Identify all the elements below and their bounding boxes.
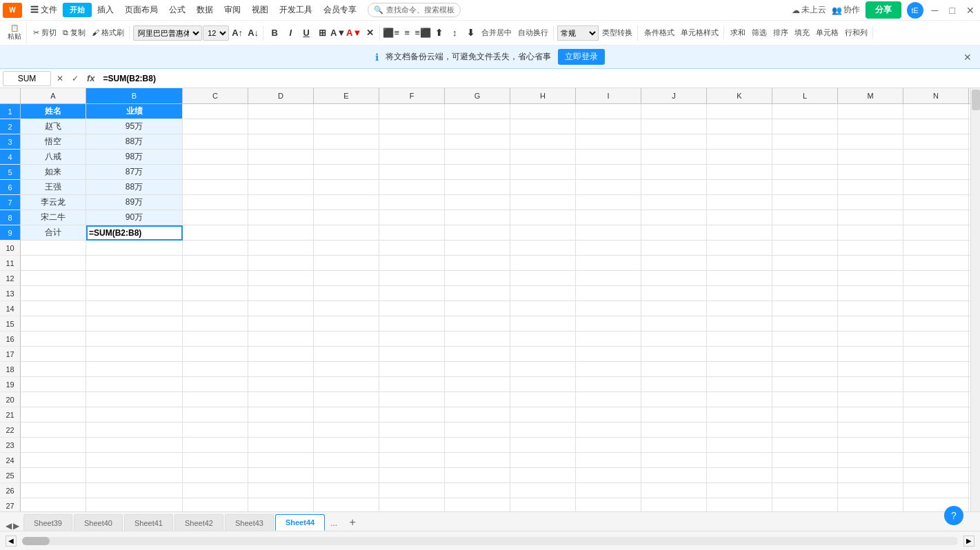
cell-J17[interactable] — [641, 347, 707, 362]
cell-N17[interactable] — [903, 347, 969, 362]
cell-J2[interactable] — [641, 119, 707, 134]
cell-F2[interactable] — [379, 119, 445, 134]
cell-F24[interactable] — [379, 453, 445, 468]
cell-A14[interactable] — [21, 301, 86, 316]
cell-F10[interactable] — [379, 241, 445, 256]
cell-I3[interactable] — [576, 134, 641, 150]
cell-L25[interactable] — [772, 468, 838, 483]
sheet-tab-40[interactable]: Sheet40 — [74, 514, 123, 531]
format-painter-button[interactable]: 🖌 格式刷 — [89, 26, 127, 39]
cell-I21[interactable] — [576, 407, 641, 422]
formula-input[interactable] — [101, 71, 977, 86]
cell-J23[interactable] — [641, 438, 707, 453]
cell-M24[interactable] — [838, 453, 903, 468]
cell-A11[interactable] — [21, 256, 86, 271]
user-avatar[interactable]: tE — [907, 2, 923, 19]
cell-L15[interactable] — [772, 316, 838, 332]
cell-E10[interactable] — [314, 241, 379, 256]
cell-F8[interactable] — [379, 210, 445, 225]
formula-confirm-button[interactable]: ✓ — [69, 74, 81, 83]
col-header-I[interactable]: I — [576, 88, 641, 103]
cell-A25[interactable] — [21, 468, 86, 483]
cell-A5[interactable]: 如来 — [21, 165, 86, 180]
cell-J26[interactable] — [641, 483, 707, 498]
cell-N7[interactable] — [903, 195, 969, 210]
cell-E25[interactable] — [314, 468, 379, 483]
cell-D9[interactable] — [248, 225, 314, 241]
cell-E14[interactable] — [314, 301, 379, 316]
cell-H20[interactable] — [510, 392, 576, 407]
cell-D3[interactable] — [248, 134, 314, 150]
cell-G6[interactable] — [445, 180, 510, 195]
cell-A8[interactable]: 宋二牛 — [21, 210, 86, 225]
align-bottom-button[interactable]: ⬇ — [463, 26, 478, 41]
cell-M14[interactable] — [838, 301, 903, 316]
cell-I10[interactable] — [576, 241, 641, 256]
cell-B17[interactable] — [86, 347, 183, 362]
cell-L19[interactable] — [772, 377, 838, 392]
row-num-11[interactable]: 11 — [0, 256, 21, 271]
cell-M17[interactable] — [838, 347, 903, 362]
cell-L2[interactable] — [772, 119, 838, 134]
cell-C4[interactable] — [183, 150, 248, 165]
cell-L12[interactable] — [772, 271, 838, 286]
sheet-tab-42[interactable]: Sheet42 — [174, 514, 223, 531]
cell-M10[interactable] — [838, 241, 903, 256]
cell-N13[interactable] — [903, 286, 969, 301]
cell-A13[interactable] — [21, 286, 86, 301]
cell-L4[interactable] — [772, 150, 838, 165]
cell-E21[interactable] — [314, 407, 379, 422]
cell-F16[interactable] — [379, 332, 445, 347]
cell-D7[interactable] — [248, 195, 314, 210]
cell-B24[interactable] — [86, 453, 183, 468]
cell-D24[interactable] — [248, 453, 314, 468]
cell-M16[interactable] — [838, 332, 903, 347]
cell-J4[interactable] — [641, 150, 707, 165]
formula-cancel-button[interactable]: ✕ — [54, 74, 66, 83]
cell-J1[interactable] — [641, 104, 707, 119]
cell-H13[interactable] — [510, 286, 576, 301]
cell-I23[interactable] — [576, 438, 641, 453]
cell-H12[interactable] — [510, 271, 576, 286]
cell-K6[interactable] — [707, 180, 772, 195]
row-num-16[interactable]: 16 — [0, 332, 21, 347]
col-header-G[interactable]: G — [445, 88, 510, 103]
cell-B11[interactable] — [86, 256, 183, 271]
cell-H4[interactable] — [510, 150, 576, 165]
cell-E13[interactable] — [314, 286, 379, 301]
cell-B22[interactable] — [86, 422, 183, 438]
cell-C19[interactable] — [183, 377, 248, 392]
cell-A23[interactable] — [21, 438, 86, 453]
row-num-18[interactable]: 18 — [0, 362, 21, 377]
cell-N16[interactable] — [903, 332, 969, 347]
col-header-A[interactable]: A — [21, 88, 86, 103]
cell-N15[interactable] — [903, 316, 969, 332]
font-color-button[interactable]: A▼ — [346, 26, 361, 41]
cell-N2[interactable] — [903, 119, 969, 134]
cell-I26[interactable] — [576, 483, 641, 498]
cell-J19[interactable] — [641, 377, 707, 392]
cell-B18[interactable] — [86, 362, 183, 377]
cell-K25[interactable] — [707, 468, 772, 483]
cell-K5[interactable] — [707, 165, 772, 180]
cell-L3[interactable] — [772, 134, 838, 150]
cell-D26[interactable] — [248, 483, 314, 498]
cell-D14[interactable] — [248, 301, 314, 316]
bold-button[interactable]: B — [267, 26, 282, 41]
row-num-8[interactable]: 8 — [0, 210, 21, 225]
align-right-button[interactable]: ≡⬛ — [415, 26, 430, 41]
row-num-22[interactable]: 22 — [0, 422, 21, 438]
row-num-14[interactable]: 14 — [0, 301, 21, 316]
cell-E24[interactable] — [314, 453, 379, 468]
cell-I14[interactable] — [576, 301, 641, 316]
cell-I6[interactable] — [576, 180, 641, 195]
cut-button[interactable]: ✂ 剪切 — [30, 26, 59, 39]
cell-I16[interactable] — [576, 332, 641, 347]
cell-E4[interactable] — [314, 150, 379, 165]
cell-L1[interactable] — [772, 104, 838, 119]
cell-H18[interactable] — [510, 362, 576, 377]
win-min[interactable]: ─ — [929, 5, 941, 16]
cell-E20[interactable] — [314, 392, 379, 407]
cell-F14[interactable] — [379, 301, 445, 316]
cell-K27[interactable] — [707, 498, 772, 511]
